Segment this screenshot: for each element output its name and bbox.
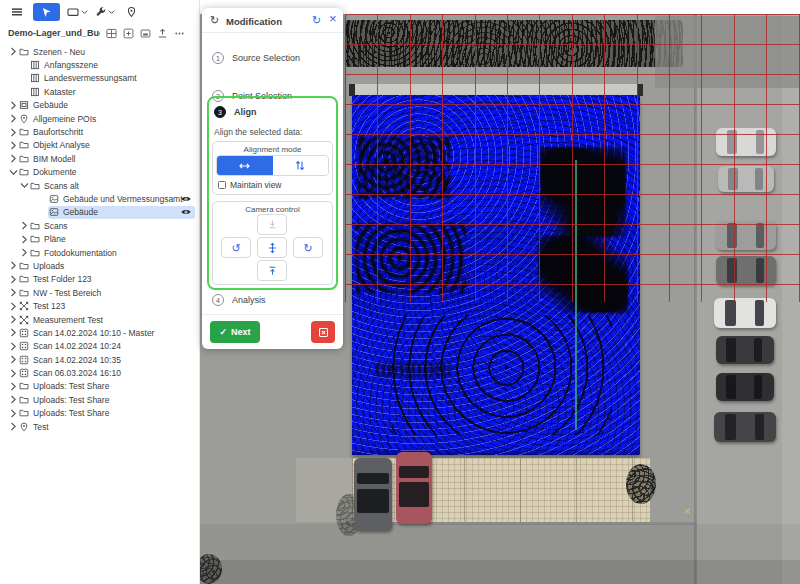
chevron-right-icon[interactable] [8,369,18,378]
rotate-ccw-button[interactable]: ↺ [221,237,251,258]
tree-item-scan-14-02-2024-10-24[interactable]: Scan 14.02.2024 10:24 [0,340,200,353]
tree-item-label: NW - Test Bereich [33,288,101,298]
sidebar: Demo-Lager_und_Bueroge... Szenen - NeuAn… [0,0,200,584]
tree-item-fotodokumentation[interactable]: Fotodokumentation [0,246,200,259]
car-windshield [726,375,736,399]
center-view-button[interactable] [257,237,287,258]
tree-item-allgemeine-pois[interactable]: Allgemeine POIs [0,112,200,125]
checkbox[interactable] [218,181,226,189]
tree-item-geb-ude[interactable]: Gebäude [0,99,200,112]
chevron-down-icon[interactable] [8,168,18,177]
chevron-right-icon[interactable] [8,382,18,391]
tree-item-nw-test-bereich[interactable]: NW - Test Bereich [0,286,200,299]
chevron-right-icon[interactable] [8,355,18,364]
tree-item-geb-ude-und-vermessungsamt[interactable]: Gebäude und Vermessungsamt [0,192,200,205]
menu-icon[interactable] [8,3,26,21]
tools-icon[interactable] [95,3,115,21]
tree-item-scan-14-02-2024-10-10-master[interactable]: Scan 14.02.2024 10:10 - Master [0,326,200,339]
tree-item-test[interactable]: Test [0,420,200,433]
alignment-mode-label: Alignment mode [212,145,333,154]
chevron-right-icon[interactable] [8,275,18,284]
chevron-right-icon[interactable] [8,128,18,137]
chevron-right-icon[interactable] [8,141,18,150]
chevron-right-icon[interactable] [8,47,18,56]
tree-item-szenen-neu[interactable]: Szenen - Neu [0,45,200,58]
discard-button[interactable] [311,321,335,343]
maintain-view-checkbox-row[interactable]: Maintain view [218,180,282,190]
modification-icon: ↻ [210,15,219,25]
tree-item-bim-modell[interactable]: BIM Modell [0,152,200,165]
visibility-eye-icon[interactable] [180,194,192,204]
scene-icon [30,73,40,83]
tree-item-uploads[interactable]: Uploads [0,259,200,272]
tree-item-scans[interactable]: Scans [0,219,200,232]
step-analysis[interactable]: 4 Analysis [212,294,266,306]
move-down-to-plane-button[interactable] [257,214,287,235]
parked-car [354,458,392,531]
more-icon[interactable] [174,28,185,39]
tree-item-measurement-test[interactable]: Measurement Test [0,313,200,326]
add-box-icon[interactable] [123,28,134,39]
chevron-right-icon[interactable] [8,342,18,351]
chevron-right-icon[interactable] [8,328,18,337]
scan-icon [19,328,29,338]
chevron-right-icon[interactable] [19,248,29,257]
rotate-cw-button[interactable]: ↻ [293,237,323,258]
tree-item-label: Gebäude [33,100,68,110]
tree-item-label: Scan 14.02.2024 10:35 [33,355,121,365]
chevron-right-icon[interactable] [8,288,18,297]
folder-icon [19,288,29,298]
main-toolbar [0,0,200,24]
tree-item-baufortschritt[interactable]: Baufortschritt [0,125,200,138]
chevron-right-icon[interactable] [8,101,18,110]
tree-item-geb-ude[interactable]: Gebäude [0,206,200,219]
alignment-mode-toggle [216,155,329,176]
tree-item-scan-14-02-2024-10-35[interactable]: Scan 14.02.2024 10:35 [0,353,200,366]
next-button[interactable]: ✓ Next [210,321,260,343]
car-rear-window [754,338,762,362]
poi-tool-icon[interactable] [122,3,140,21]
tree-item-scan-06-03-2024-16-10[interactable]: Scan 06.03.2024 16:10 [0,366,200,379]
tree-item-uploads-test-share[interactable]: Uploads: Test Share [0,380,200,393]
chevron-right-icon[interactable] [8,395,18,404]
tree-item-scans-alt[interactable]: Scans alt [0,179,200,192]
frame-box-icon[interactable] [140,28,151,39]
chevron-down-icon[interactable] [19,181,29,190]
chevron-right-icon[interactable] [8,261,18,270]
horizontal-align-button[interactable] [217,156,273,175]
tree-item-content: Gebäude [48,206,195,219]
tree-item-label: Uploads: Test Share [33,408,109,418]
step-align[interactable]: 3 Align [214,106,257,118]
vertical-align-button[interactable] [273,156,329,175]
layout-icon[interactable] [106,28,117,39]
tree-item-label: Szenen - Neu [33,47,85,57]
display-tool-icon[interactable] [67,3,88,21]
chevron-right-icon[interactable] [8,315,18,324]
tree-item-dokumente[interactable]: Dokumente [0,166,200,179]
tree-item-uploads-test-share[interactable]: Uploads: Test Share [0,407,200,420]
tree-item-content: Baufortschritt [18,126,195,139]
chevron-right-icon[interactable] [8,409,18,418]
step-source-selection[interactable]: 1 Source Selection [212,52,300,64]
tree-item-test-123[interactable]: Test 123 [0,299,200,312]
visibility-eye-icon[interactable] [180,207,192,217]
chevron-right-icon[interactable] [19,221,29,230]
chevron-right-icon[interactable] [8,302,18,311]
upload-icon[interactable] [157,28,168,39]
road-shade-dark [200,560,800,584]
tree-item-objekt-analyse[interactable]: Objekt Analyse [0,139,200,152]
tree-item-pl-ne[interactable]: Pläne [0,232,200,245]
tree-item-anfangsszene[interactable]: Anfangsszene [0,58,200,71]
refresh-icon[interactable]: ↻ [312,15,321,25]
chevron-right-icon[interactable] [19,235,29,244]
chevron-right-icon[interactable] [8,154,18,163]
tree-item-landesvermessungsamt[interactable]: Landesvermessungsamt [0,72,200,85]
chevron-right-icon[interactable] [8,422,18,431]
move-up-to-plane-button[interactable] [257,260,287,281]
tree-item-uploads-test-share[interactable]: Uploads: Test Share [0,393,200,406]
cursor-tool-icon[interactable] [33,3,60,21]
tree-item-test-folder-123[interactable]: Test Folder 123 [0,273,200,286]
tree-item-kataster[interactable]: Kataster [0,85,200,98]
close-icon[interactable]: × [329,13,337,25]
chevron-right-icon[interactable] [8,114,18,123]
